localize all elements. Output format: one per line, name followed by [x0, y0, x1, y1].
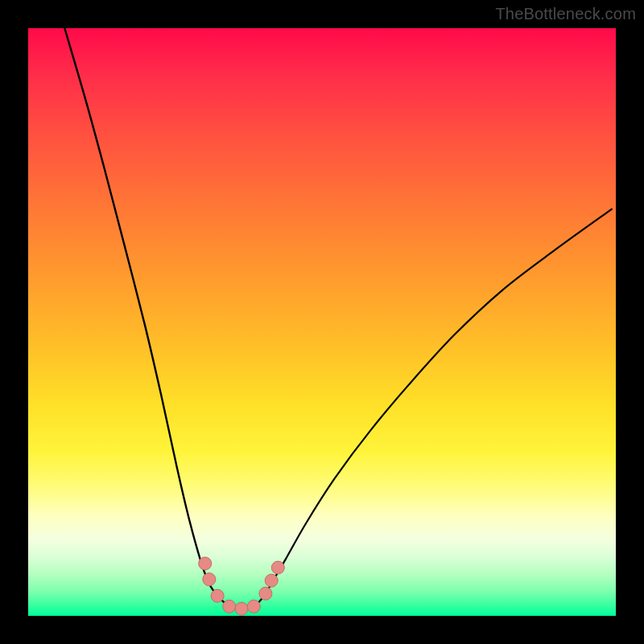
data-marker: [271, 561, 284, 574]
curve-layer: [64, 28, 612, 610]
data-marker: [203, 573, 216, 586]
data-marker: [265, 574, 278, 587]
data-marker: [223, 600, 236, 613]
plot-area: [28, 28, 616, 616]
right-branch-curve: [242, 209, 612, 610]
left-branch-curve: [64, 28, 242, 610]
data-marker: [247, 600, 260, 613]
data-marker: [211, 589, 224, 602]
data-marker: [259, 587, 272, 600]
data-marker: [199, 557, 212, 570]
outer-frame: TheBottleneck.com: [0, 0, 644, 644]
data-marker: [235, 602, 248, 615]
chart-svg: [28, 28, 616, 616]
watermark-text: TheBottleneck.com: [495, 5, 636, 23]
